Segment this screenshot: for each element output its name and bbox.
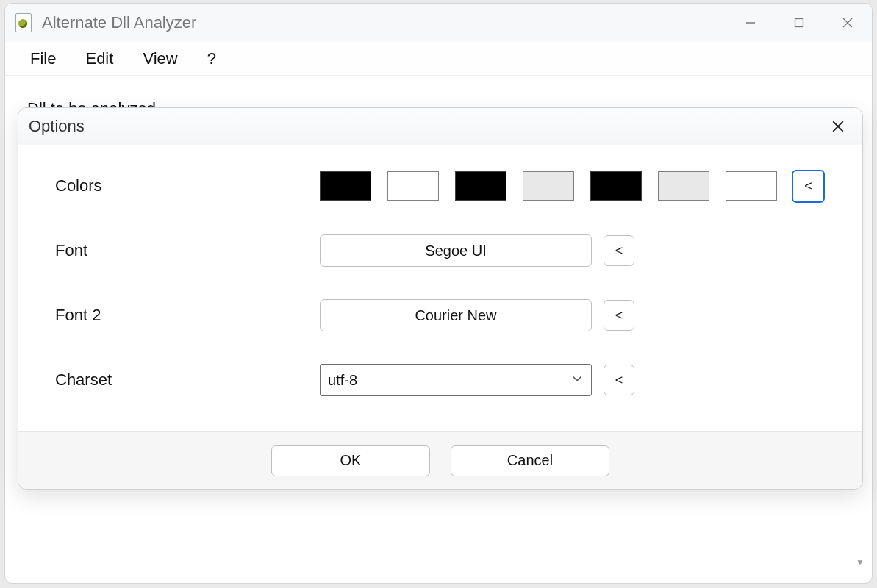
chevron-down-icon bbox=[570, 372, 584, 389]
color-swatch-4[interactable] bbox=[590, 171, 642, 201]
menu-help[interactable]: ? bbox=[207, 49, 216, 68]
row-colors: Colors < bbox=[55, 165, 849, 207]
charset-select[interactable]: utf-8 bbox=[320, 364, 592, 396]
colors-reset-button[interactable]: < bbox=[792, 170, 825, 203]
minimize-button[interactable] bbox=[726, 4, 775, 42]
close-button[interactable] bbox=[823, 4, 872, 42]
color-swatch-3[interactable] bbox=[523, 171, 574, 201]
row-charset: Charset utf-8 < bbox=[55, 359, 849, 401]
color-swatch-5[interactable] bbox=[658, 171, 709, 201]
menubar: File Edit View ? bbox=[5, 42, 872, 76]
charset-label: Charset bbox=[55, 370, 320, 390]
colors-label: Colors bbox=[55, 176, 320, 196]
menu-edit[interactable]: Edit bbox=[85, 49, 113, 68]
color-swatch-0[interactable] bbox=[320, 171, 371, 201]
color-swatch-6[interactable] bbox=[726, 171, 777, 201]
charset-reset-button[interactable]: < bbox=[604, 365, 634, 395]
options-dialog: Options Colors < Font Segoe UI < Fo bbox=[18, 107, 863, 490]
font2-button[interactable]: Courier New bbox=[320, 299, 592, 331]
font2-reset-button[interactable]: < bbox=[604, 300, 634, 331]
scroll-down-icon[interactable] bbox=[854, 556, 866, 568]
titlebar: Alternate Dll Analyzer bbox=[5, 4, 872, 42]
maximize-icon bbox=[794, 18, 804, 28]
dialog-title: Options bbox=[29, 117, 85, 136]
menu-view[interactable]: View bbox=[143, 49, 177, 68]
svg-rect-1 bbox=[795, 19, 803, 27]
ok-button[interactable]: OK bbox=[271, 445, 430, 476]
close-icon bbox=[842, 17, 853, 29]
window-title: Alternate Dll Analyzer bbox=[42, 13, 196, 32]
dialog-titlebar: Options bbox=[18, 108, 862, 145]
color-swatches bbox=[320, 171, 777, 201]
row-font2: Font 2 Courier New < bbox=[55, 295, 849, 336]
cancel-button[interactable]: Cancel bbox=[451, 445, 609, 476]
dialog-close-button[interactable] bbox=[827, 115, 849, 137]
font-label: Font bbox=[55, 241, 320, 260]
dialog-footer: OK Cancel bbox=[18, 431, 862, 489]
maximize-button[interactable] bbox=[775, 4, 823, 42]
font-reset-button[interactable]: < bbox=[604, 235, 634, 266]
charset-value: utf-8 bbox=[328, 372, 357, 389]
window-buttons bbox=[726, 4, 872, 42]
font-button[interactable]: Segoe UI bbox=[320, 234, 592, 267]
color-swatch-1[interactable] bbox=[387, 171, 439, 201]
close-icon bbox=[831, 120, 845, 133]
app-icon bbox=[15, 13, 32, 32]
menu-file[interactable]: File bbox=[30, 49, 56, 68]
color-swatch-2[interactable] bbox=[455, 171, 506, 201]
row-font: Font Segoe UI < bbox=[55, 230, 849, 271]
minimize-icon bbox=[745, 17, 756, 29]
font2-label: Font 2 bbox=[55, 306, 320, 325]
dialog-body: Colors < Font Segoe UI < Font 2 Courier … bbox=[18, 145, 862, 431]
